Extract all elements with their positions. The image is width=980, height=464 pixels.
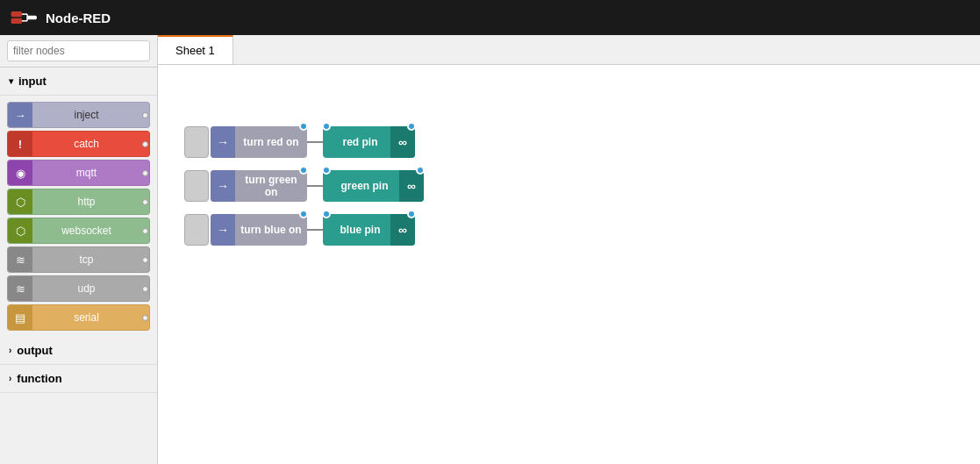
node-item-udp[interactable]: ≋ udp <box>7 275 150 302</box>
chevron-function-icon: › <box>9 374 11 383</box>
node-item-inject[interactable]: → inject <box>7 102 150 128</box>
wire-1 <box>307 141 323 143</box>
http-port <box>140 189 149 214</box>
chevron-input-icon: ▾ <box>9 76 13 86</box>
node-item-tcp[interactable]: ≋ tcp <box>7 246 150 273</box>
flow-row-1: → turn red on red pin ∞ <box>184 126 415 158</box>
section-header-output[interactable]: › output <box>0 337 157 365</box>
trigger-button-2[interactable] <box>184 170 209 202</box>
flow-row-2: → turn green on green pin ∞ <box>184 170 424 202</box>
trigger-button-3[interactable] <box>184 214 209 246</box>
tcp-port <box>140 247 149 272</box>
catch-node-label: catch <box>32 138 140 150</box>
pin-node-2[interactable]: green pin ∞ <box>323 170 424 202</box>
catch-port <box>140 132 149 156</box>
inject-node-label: inject <box>32 109 140 121</box>
inject-output-port-1 <box>299 122 308 131</box>
inject-node-1[interactable]: → turn red on <box>211 126 307 158</box>
serial-node-icon: ▤ <box>8 305 32 330</box>
flow-row-3: → turn blue on blue pin ∞ <box>184 214 415 246</box>
pin-node-3[interactable]: blue pin ∞ <box>323 214 415 246</box>
section-label-output: output <box>17 344 52 357</box>
node-item-websocket[interactable]: ⬡ websocket <box>7 218 150 244</box>
inject-arrow-icon: → <box>217 135 229 149</box>
mqtt-node-label: mqtt <box>32 167 140 179</box>
section-label-function: function <box>17 372 61 385</box>
flow-canvas: → turn red on red pin ∞ <box>158 65 980 464</box>
pin-input-port-3 <box>322 210 331 218</box>
app-header: Node-RED <box>0 0 980 35</box>
serial-port <box>140 305 149 330</box>
node-item-serial[interactable]: ▤ serial <box>7 304 150 331</box>
canvas-area: Sheet 1 → turn red on <box>158 35 980 464</box>
node-item-mqtt[interactable]: ◉ mqtt <box>7 160 150 186</box>
inject-label-1: turn red on <box>235 136 307 148</box>
udp-node-icon: ≋ <box>8 276 32 301</box>
app-title: Node-RED <box>46 11 111 25</box>
udp-port <box>140 276 149 301</box>
section-header-input[interactable]: ▾ input <box>0 68 157 96</box>
logo <box>11 9 39 26</box>
inject-node-2[interactable]: → turn green on <box>211 170 307 202</box>
tcp-node-label: tcp <box>32 253 140 266</box>
svg-rect-0 <box>11 11 22 17</box>
main-layout: ▾ input → inject ! catch ◉ mqtt <box>0 35 980 464</box>
inject-port <box>140 103 149 127</box>
pin-output-port-1 <box>407 122 416 131</box>
inject-node-3[interactable]: → turn blue on <box>211 214 307 246</box>
wire-2 <box>307 185 323 187</box>
inject-output-port-2 <box>299 166 308 175</box>
section-header-function[interactable]: › function <box>0 365 157 393</box>
websocket-node-label: websocket <box>32 225 140 237</box>
inject-output-port-3 <box>299 210 308 218</box>
mqtt-port <box>140 161 149 185</box>
filter-nodes-input[interactable] <box>7 40 150 61</box>
mqtt-node-icon: ◉ <box>8 161 32 185</box>
tab-sheet1[interactable]: Sheet 1 <box>158 35 233 64</box>
websocket-node-icon: ⬡ <box>8 218 32 243</box>
svg-rect-1 <box>11 18 22 24</box>
arrow-right-icon: → <box>15 109 26 122</box>
pin-icon-2: ∞ <box>399 170 424 202</box>
node-item-catch[interactable]: ! catch <box>7 131 150 157</box>
inject-arrow-icon-2: → <box>217 179 229 193</box>
wire-3 <box>307 229 323 231</box>
pin-label-3: blue pin <box>323 214 390 246</box>
inject-label-3: turn blue on <box>235 224 307 236</box>
pin-icon-1: ∞ <box>390 126 415 158</box>
tcp-node-icon: ≋ <box>8 247 32 272</box>
section-label-input: input <box>18 75 46 88</box>
pin-output-port-2 <box>416 166 425 175</box>
pin-output-port-3 <box>407 210 416 218</box>
pin-label-2: green pin <box>323 170 399 202</box>
http-node-label: http <box>32 196 140 208</box>
serial-node-label: serial <box>32 311 140 324</box>
pin-icon-3: ∞ <box>390 214 415 246</box>
pin-label-1: red pin <box>323 126 390 158</box>
svg-rect-5 <box>27 16 37 20</box>
pin-node-1[interactable]: red pin ∞ <box>323 126 415 158</box>
chevron-output-icon: › <box>9 346 11 355</box>
filter-nodes-container <box>0 35 157 68</box>
pin-input-port-1 <box>322 122 331 131</box>
websocket-port <box>140 218 149 243</box>
pin-input-port-2 <box>322 166 331 175</box>
inject-node-icon: → <box>8 103 32 127</box>
udp-node-label: udp <box>32 282 140 295</box>
http-node-icon: ⬡ <box>8 189 32 214</box>
node-item-http[interactable]: ⬡ http <box>7 189 150 215</box>
inject-label-2: turn green on <box>235 174 307 198</box>
inject-arrow-icon-3: → <box>217 223 229 237</box>
catch-node-icon: ! <box>8 132 32 156</box>
node-list-input: → inject ! catch ◉ mqtt ⬡ http <box>0 96 157 337</box>
sidebar: ▾ input → inject ! catch ◉ mqtt <box>0 35 158 464</box>
tabs-bar: Sheet 1 <box>158 35 980 65</box>
trigger-button-1[interactable] <box>184 126 209 158</box>
logo-icon <box>11 9 39 26</box>
